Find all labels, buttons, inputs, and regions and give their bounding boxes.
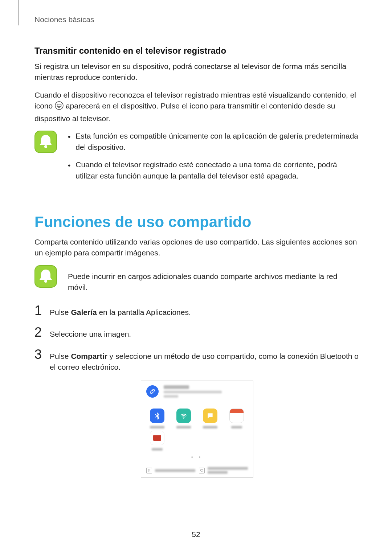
note-bell-icon <box>34 265 58 288</box>
note-text: Puede incurrir en cargos adicionales cua… <box>68 265 359 293</box>
blurred-text <box>164 391 222 393</box>
bold-text: Compartir <box>71 352 107 360</box>
cast-icon <box>199 468 205 473</box>
blurred-text <box>164 395 178 398</box>
note-list: • Esta función es compatible únicamente … <box>68 131 359 188</box>
calendar-icon <box>229 409 244 423</box>
svg-point-4 <box>44 145 47 148</box>
share-sheet-mock: • • <box>141 381 253 478</box>
link-sharing-text <box>164 385 248 399</box>
page-title: Funciones de uso compartido <box>34 213 359 231</box>
wifi-icon <box>176 409 191 423</box>
share-option-bluetooth <box>146 409 168 428</box>
bold-text: Galería <box>71 308 97 316</box>
device-icon <box>146 468 152 473</box>
step: 2 Seleccione una imagen. <box>34 326 359 340</box>
note-bell-icon <box>34 131 58 154</box>
step: 3 Pulse Compartir y seleccione un método… <box>34 348 359 373</box>
step-number: 1 <box>34 304 44 317</box>
paragraph: Cuando el dispositivo reconozca el telev… <box>34 90 359 124</box>
email-icon <box>150 431 164 445</box>
list-item: • Cuando el televisor registrado esté co… <box>68 159 359 181</box>
link-sharing-icon <box>146 385 159 398</box>
list-item: • Esta función es compatible únicamente … <box>68 131 359 153</box>
page-number: 52 <box>0 530 392 539</box>
share-option-calendar <box>226 409 248 428</box>
blurred-text <box>155 469 195 472</box>
svg-point-0 <box>55 102 63 110</box>
blurred-text <box>164 385 189 389</box>
list-item-text: Esta función es compatible únicamente co… <box>75 131 359 153</box>
message-icon <box>203 409 217 423</box>
blurred-text <box>150 426 164 428</box>
share-option-wifi-direct <box>173 409 195 428</box>
text-fragment: Pulse <box>50 352 71 360</box>
step: 1 Pulse Galería en la pantalla Aplicacio… <box>34 304 359 318</box>
svg-point-7 <box>183 418 184 419</box>
page-indicator: • • <box>146 454 248 460</box>
step-text: Pulse Compartir y seleccione un método d… <box>50 351 359 373</box>
svg-rect-1 <box>57 104 61 107</box>
list-item-text: Cuando el televisor registrado esté cone… <box>75 159 359 181</box>
svg-rect-8 <box>148 469 150 472</box>
bluetooth-icon <box>150 409 164 423</box>
paragraph: Comparta contenido utilizando varias opc… <box>34 237 359 259</box>
blurred-text <box>231 426 242 428</box>
note-block: • Esta función es compatible únicamente … <box>34 131 359 188</box>
share-options-row <box>146 409 248 428</box>
vertical-rule <box>18 0 19 25</box>
share-option-messages <box>199 409 221 428</box>
text-fragment: en la pantalla Aplicaciones. <box>97 308 191 316</box>
transfer-files-action <box>146 467 195 474</box>
svg-rect-9 <box>200 469 203 471</box>
svg-point-6 <box>44 280 47 283</box>
blurred-text <box>203 426 217 428</box>
blurred-text <box>176 426 191 428</box>
breadcrumb: Nociones básicas <box>34 15 359 24</box>
note-block: Puede incurrir en cargos adicionales cua… <box>34 265 359 293</box>
share-options-row <box>146 431 248 451</box>
smart-view-action <box>199 467 248 474</box>
embedded-screenshot: • • <box>34 381 359 478</box>
cast-icon <box>55 101 64 113</box>
link-sharing-row <box>146 385 248 404</box>
blurred-text <box>208 467 248 470</box>
bullet-dot: • <box>68 159 70 181</box>
step-number: 3 <box>34 348 44 361</box>
section-heading: Transmitir contenido en el televisor reg… <box>34 46 359 56</box>
paragraph: Si registra un televisor en su dispositi… <box>34 61 359 83</box>
text-fragment: aparecerá en el dispositivo. Pulse el ic… <box>34 102 335 122</box>
share-option-email <box>146 431 168 451</box>
blurred-text <box>208 471 228 474</box>
bottom-actions <box>146 463 248 474</box>
blurred-text <box>152 448 163 451</box>
page: Nociones básicas Transmitir contenido en… <box>0 0 392 554</box>
bullet-dot: • <box>68 131 70 153</box>
text-fragment: Pulse <box>50 308 71 316</box>
step-text: Pulse Galería en la pantalla Aplicacione… <box>50 307 359 318</box>
step-number: 2 <box>34 326 44 339</box>
step-text: Seleccione una imagen. <box>50 329 359 340</box>
